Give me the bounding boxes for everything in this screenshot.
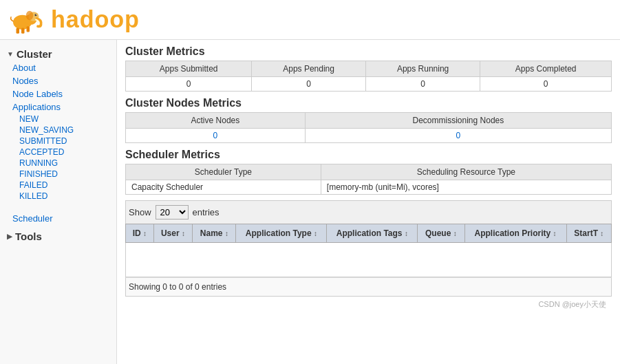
showing-entries-text: Showing 0 to 0 of 0 entries <box>125 277 612 297</box>
apps-col-user-label: User <box>161 228 180 238</box>
apps-col-id[interactable]: ID ↕ <box>126 224 154 243</box>
svg-point-5 <box>26 11 34 21</box>
sidebar-submitted-link[interactable]: SUBMITTED <box>0 136 116 147</box>
cluster-metrics-title: Cluster Metrics <box>125 45 612 58</box>
sidebar-running-link[interactable]: RUNNING <box>0 158 116 169</box>
cluster-arrow-icon: ▼ <box>7 50 14 58</box>
sort-app-priority-icon: ↕ <box>553 230 557 237</box>
apps-col-start-time[interactable]: StartT ↕ <box>566 224 611 243</box>
sidebar-about-link[interactable]: About <box>0 61 116 74</box>
sidebar-applications-link[interactable]: Applications <box>0 100 116 114</box>
sidebar-new-link[interactable]: NEW <box>0 114 116 125</box>
apps-col-app-tags[interactable]: Application Tags ↕ <box>327 224 418 243</box>
cluster-nodes-metrics-title: Cluster Nodes Metrics <box>125 97 612 109</box>
sort-name-icon: ↕ <box>225 230 228 237</box>
scheduler-metrics-title: Scheduler Metrics <box>125 149 612 161</box>
apps-table: ID ↕ User ↕ Name ↕ Application Type ↕ <box>125 224 612 277</box>
cluster-nodes-header-active: Active Nodes <box>126 113 306 129</box>
header: hadoop <box>0 0 620 40</box>
main-layout: ▼ Cluster About Nodes Node Labels Applic… <box>0 40 620 364</box>
svg-rect-7 <box>21 28 25 34</box>
sidebar-new-saving-link[interactable]: NEW_SAVING <box>0 125 116 136</box>
svg-rect-8 <box>27 26 30 32</box>
sidebar-accepted-link[interactable]: ACCEPTED <box>0 147 116 158</box>
cluster-nodes-metrics-table: Active Nodes Decommissioning Nodes 0 0 <box>125 112 612 143</box>
sidebar-scheduler-link[interactable]: Scheduler <box>0 212 116 225</box>
cluster-metrics-header-submitted: Apps Submitted <box>126 61 252 77</box>
cluster-nodes-decommissioning-val[interactable]: 0 <box>305 129 611 143</box>
hadoop-text-logo: hadoop <box>51 4 175 35</box>
cluster-metrics-submitted-val: 0 <box>126 77 252 92</box>
sidebar-cluster-label: Cluster <box>17 48 52 60</box>
sidebar-tools-section: ▶ Tools <box>0 225 116 244</box>
sort-id-icon: ↕ <box>143 230 147 237</box>
watermark-text: CSDN @joey小天使 <box>125 297 612 312</box>
sort-app-type-icon: ↕ <box>314 230 317 237</box>
cluster-metrics-pending-val: 0 <box>252 77 365 92</box>
entries-select[interactable]: 10 20 25 50 100 <box>156 205 189 220</box>
sort-user-icon: ↕ <box>182 230 185 237</box>
sidebar-tools-label: Tools <box>15 231 42 242</box>
sidebar: ▼ Cluster About Nodes Node Labels Applic… <box>0 40 117 364</box>
sidebar-nodes-link[interactable]: Nodes <box>0 74 116 87</box>
tools-arrow-icon: ▶ <box>7 233 12 240</box>
cluster-nodes-header-decommissioning: Decommissioning Nodes <box>305 113 611 129</box>
sort-queue-icon: ↕ <box>453 230 457 237</box>
apps-col-app-type[interactable]: Application Type ↕ <box>236 224 327 243</box>
cluster-metrics-header-pending: Apps Pending <box>252 61 365 77</box>
cluster-metrics-completed-val: 0 <box>480 77 612 92</box>
apps-col-app-type-label: Application Type <box>246 228 312 238</box>
scheduler-resource-val: [memory-mb (unit=Mi), vcores] <box>321 180 611 195</box>
apps-col-name[interactable]: Name ↕ <box>193 224 236 243</box>
scheduler-type-val: Capacity Scheduler <box>126 180 321 195</box>
cluster-metrics-header-completed: Apps Completed <box>480 61 612 77</box>
sidebar-finished-link[interactable]: FINISHED <box>0 169 116 180</box>
scheduler-type-header: Scheduler Type <box>126 164 321 180</box>
apps-col-id-label: ID <box>133 228 141 238</box>
cluster-metrics-table: Apps Submitted Apps Pending Apps Running… <box>125 61 612 92</box>
apps-col-app-priority-label: Application Priority <box>475 228 551 238</box>
cluster-metrics-running-val: 0 <box>365 77 480 92</box>
sidebar-cluster-section: ▼ Cluster <box>0 45 116 61</box>
scheduler-metrics-table: Scheduler Type Scheduling Resource Type … <box>125 164 612 195</box>
sort-app-tags-icon: ↕ <box>405 230 408 237</box>
sidebar-killed-link[interactable]: KILLED <box>0 191 116 202</box>
sidebar-failed-link[interactable]: FAILED <box>0 180 116 191</box>
apps-col-queue-label: Queue <box>425 228 451 238</box>
scheduler-resource-header: Scheduling Resource Type <box>321 164 611 180</box>
hadoop-elephant-icon <box>7 4 48 35</box>
svg-text:hadoop: hadoop <box>51 6 140 32</box>
svg-point-4 <box>36 14 36 15</box>
hadoop-logo: hadoop <box>7 4 613 35</box>
apps-col-app-tags-label: Application Tags <box>336 228 403 238</box>
cluster-nodes-active-val[interactable]: 0 <box>126 129 306 143</box>
apps-empty-row <box>126 243 612 277</box>
apps-col-app-priority[interactable]: Application Priority ↕ <box>464 224 566 243</box>
svg-rect-6 <box>17 28 20 34</box>
sidebar-node-labels-link[interactable]: Node Labels <box>0 87 116 100</box>
entries-label: entries <box>193 207 220 217</box>
apps-col-queue[interactable]: Queue ↕ <box>418 224 464 243</box>
apps-col-start-time-label: StartT <box>574 228 598 238</box>
sort-start-time-icon: ↕ <box>600 230 603 237</box>
apps-col-user[interactable]: User ↕ <box>153 224 193 243</box>
show-entries-bar: Show 10 20 25 50 100 entries <box>125 200 612 224</box>
main-content: Cluster Metrics Apps Submitted Apps Pend… <box>117 40 620 364</box>
apps-col-name-label: Name <box>200 228 223 238</box>
show-label: Show <box>129 207 151 217</box>
cluster-metrics-header-running: Apps Running <box>365 61 480 77</box>
